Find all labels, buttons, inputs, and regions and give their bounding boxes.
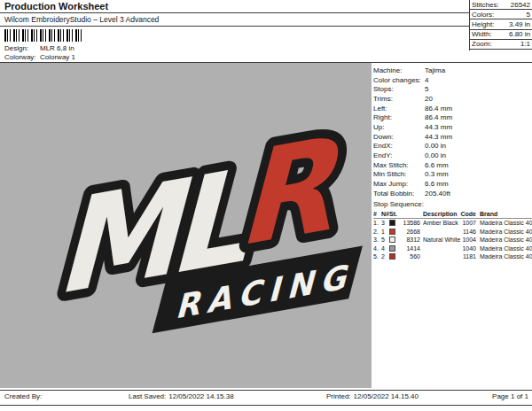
thread-color-swatch xyxy=(389,253,395,260)
stop-stitches: 2668 xyxy=(400,229,423,235)
stop-brand: Madeira Classic 40 xyxy=(480,237,532,243)
machine-label: EndY: xyxy=(373,151,425,159)
machine-label: Right: xyxy=(373,113,425,121)
stop-brand: Madeira Classic 40 xyxy=(480,229,532,235)
machine-row: Stops:5 xyxy=(373,84,532,94)
machine-label: EndX: xyxy=(373,142,425,150)
stop-code: 1146 xyxy=(460,229,480,235)
stop-sequence-title: Stop Sequence: xyxy=(373,200,532,210)
machine-row: Down:44.3 mm xyxy=(373,132,532,142)
stat-label: Zoom: xyxy=(472,40,492,48)
machine-label: Up: xyxy=(373,123,425,131)
machine-value: 4 xyxy=(425,76,428,84)
stop-stitches: 1414 xyxy=(400,245,423,252)
design-name-row: Design: MLR 6,8 in xyxy=(4,44,74,52)
stop-needle: 5 xyxy=(381,237,389,243)
stop-row: 2. 1 2668 1146 Madeira Classic 40 xyxy=(373,227,532,236)
machine-value: 6.6 mm xyxy=(425,180,449,188)
machine-row: Color changes:4 xyxy=(373,75,532,85)
letter-r: R xyxy=(236,109,343,276)
stop-index: 4. xyxy=(373,245,381,252)
col-description: Description xyxy=(423,211,460,217)
stop-brand: Madeira Classic 40 xyxy=(480,245,532,252)
stop-index: 2. xyxy=(373,229,381,235)
stat-value: 26542 xyxy=(511,1,530,9)
machine-label: Left: xyxy=(373,105,425,112)
colorway-label: Colorway: xyxy=(4,53,40,61)
machine-label: Machine: xyxy=(373,66,425,74)
stat-label: Colors: xyxy=(472,11,494,19)
stop-code: 1004 xyxy=(460,237,480,243)
design-value: MLR 6,8 in xyxy=(40,44,74,52)
machine-label: Trims: xyxy=(373,95,425,103)
machine-row: Up:44.3 mm xyxy=(373,122,532,132)
divider xyxy=(0,405,532,406)
stat-label: Width: xyxy=(472,30,492,38)
stop-needle: 3 xyxy=(381,220,389,226)
colorway-row: Colorway: Colorway 1 xyxy=(4,53,75,61)
last-saved-value: 12/05/2022 14.15.38 xyxy=(168,392,233,400)
machine-value: 44.3 mm xyxy=(425,123,452,131)
stat-row: Height:3.49 in xyxy=(470,19,532,29)
stop-sequence-section: Stop Sequence: # N# St. Description Code… xyxy=(373,200,532,261)
stat-row: Zoom:1:1 xyxy=(470,40,532,50)
stop-stitches: 8312 xyxy=(400,237,423,243)
stop-needle: 2 xyxy=(381,253,389,260)
app-subtitle: Wilcom EmbroideryStudio – Level 3 Advanc… xyxy=(4,15,159,24)
thread-color-swatch xyxy=(389,237,395,243)
machine-row: Trims:20 xyxy=(373,94,532,104)
machine-value: 86.4 mm xyxy=(425,113,452,121)
col-brand: Brand xyxy=(480,211,532,217)
machine-value: 205.40ft xyxy=(425,190,450,198)
stop-row: 5. 2 560 1181 Madeira Classic 40 xyxy=(373,252,532,261)
production-worksheet: Production Worksheet Wilcom EmbroiderySt… xyxy=(0,0,532,411)
design-label: Design: xyxy=(4,44,40,52)
machine-label: Min Stitch: xyxy=(373,170,425,178)
divider xyxy=(0,390,532,391)
machine-value: 44.3 mm xyxy=(425,133,452,141)
last-saved: Last Saved: 12/05/2022 14.15.38 xyxy=(129,392,234,400)
stop-index: 1. xyxy=(373,220,381,226)
machine-row: Max Stitch:6.6 mm xyxy=(373,160,532,170)
stat-value: 6.80 in xyxy=(509,30,530,38)
printed-value: 12/05/2022 14.15.40 xyxy=(354,392,419,400)
last-saved-label: Last Saved: xyxy=(129,392,166,400)
stop-needle: 4 xyxy=(381,245,389,252)
stitch-stats-box: Stitches:26542 Colors:5 Height:3.49 in W… xyxy=(469,0,532,50)
stop-sequence-header: # N# St. Description Code Brand xyxy=(373,210,532,219)
thread-color-swatch xyxy=(389,220,395,226)
machine-row: Machine:Tajima xyxy=(373,66,532,75)
machine-value: 0.3 mm xyxy=(425,170,449,178)
col-code: Code xyxy=(460,211,480,217)
stop-row: 4. 4 1414 1040 Madeira Classic 40 xyxy=(373,244,532,252)
stop-description: Natural White xyxy=(423,237,460,243)
stop-code: 1181 xyxy=(460,253,480,260)
machine-row: EndY:0.00 in xyxy=(373,151,532,160)
stat-value: 3.49 in xyxy=(509,20,530,28)
machine-value: Tajima xyxy=(425,66,445,74)
stat-row: Colors:5 xyxy=(470,10,532,19)
printed-label: Printed: xyxy=(326,392,351,400)
machine-value: 20 xyxy=(425,95,433,103)
thread-color-swatch xyxy=(389,229,395,235)
divider xyxy=(0,26,469,27)
machine-row: Right:86.4 mm xyxy=(373,112,532,122)
machine-row: Left:86.4 mm xyxy=(373,104,532,113)
stat-value: 5 xyxy=(527,11,530,19)
footer: Created By: Last Saved: 12/05/2022 14.15… xyxy=(0,392,532,403)
machine-label: Max Jump: xyxy=(373,180,425,188)
stop-needle: 1 xyxy=(381,229,389,235)
page-number: Page 1 of 1 xyxy=(492,392,528,400)
machine-row: Min Stitch:0.3 mm xyxy=(373,170,532,180)
col-stitches: St. xyxy=(389,211,423,217)
stop-brand: Madeira Classic 40 xyxy=(480,253,532,260)
machine-value: 0.00 in xyxy=(425,151,446,159)
stop-stitches: 560 xyxy=(400,253,423,260)
stop-brand: Madeira Classic 40 xyxy=(480,220,532,226)
stat-value: 1:1 xyxy=(520,40,530,48)
col-hash: # xyxy=(373,211,381,217)
stat-row: Stitches:26542 xyxy=(470,0,532,10)
stop-code: 1040 xyxy=(460,245,480,252)
mlr-racing-logo: MLR RACING xyxy=(0,63,372,388)
stat-label: Height: xyxy=(472,20,494,28)
